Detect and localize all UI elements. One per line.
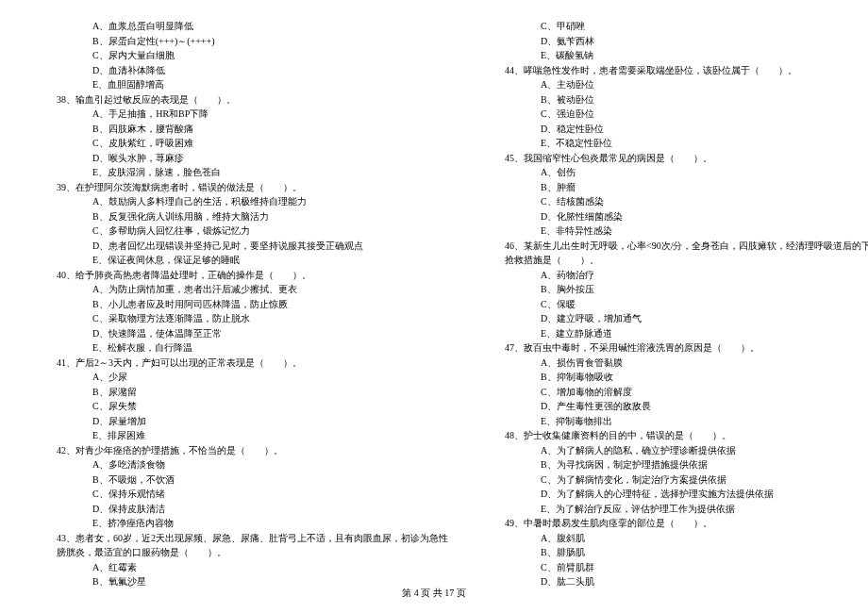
option: D、化脓性细菌感染	[476, 209, 868, 224]
option: B、肿瘤	[476, 180, 868, 195]
option: E、血胆固醇增高	[28, 77, 448, 92]
option: B、胸外按压	[476, 282, 868, 297]
option: C、皮肤紫红，呼吸困难	[28, 136, 448, 151]
question-stem: 46、某新生儿出生时无呼吸，心率<90次/分，全身苍白，四肢瘫软，经清理呼吸道后…	[476, 239, 868, 268]
question-stem: 47、敌百虫中毒时，不采用碱性溶液洗胃的原因是（ ）。	[476, 340, 868, 356]
option: E、非特异性感染	[476, 224, 868, 239]
right-column: C、甲硝唑 D、氨苄西林 E、碳酸氢钠 44、哮喘急性发作时，患者需要采取端坐卧…	[467, 19, 868, 589]
option: A、血浆总蛋白明显降低	[28, 19, 448, 34]
option: D、保持皮肤清洁	[28, 502, 448, 517]
question-stem: 40、给予肺炎高热患者降温处理时，正确的操作是（ ）。	[28, 268, 448, 283]
option: C、采取物理方法逐渐降温，防止脱水	[28, 311, 448, 326]
option: B、为寻找病因，制定护理措施提供依据	[476, 457, 868, 472]
option: C、强迫卧位	[476, 107, 868, 122]
option: C、尿内大量白细胞	[28, 48, 448, 63]
question-stem: 44、哮喘急性发作时，患者需要采取端坐卧位，该卧位属于（ ）。	[476, 63, 868, 78]
option: A、少尿	[28, 370, 448, 385]
question-stem: 49、中暑时最易发生肌肉痉挛的部位是（ ）。	[476, 516, 868, 531]
option: C、前臂肌群	[476, 560, 868, 575]
stem-line2: 膀胱炎，最适宜的口服药物是（ ）。	[57, 545, 448, 560]
option: E、不稳定性卧位	[476, 136, 868, 151]
option: E、保证夜间休息，保证足够的睡眠	[28, 253, 448, 268]
option: B、抑制毒物吸收	[476, 370, 868, 385]
option: B、尿潴留	[28, 385, 448, 400]
left-column: A、血浆总蛋白明显降低 B、尿蛋白定性(+++)～(++++) C、尿内大量白细…	[28, 19, 467, 589]
question-stem: 41、产后2～3天内，产妇可以出现的正常表现是（ ）。	[28, 356, 448, 371]
option: C、为了解病情变化，制定治疗方案提供依据	[476, 472, 868, 488]
option: C、多帮助病人回忆往事，锻炼记忆力	[28, 224, 448, 239]
option: E、抑制毒物排出	[476, 414, 868, 429]
page-footer: 第 4 页 共 17 页	[0, 587, 868, 600]
option: D、产生毒性更强的敌敌畏	[476, 399, 868, 414]
option: B、四肢麻木，腰背酸痛	[28, 122, 448, 137]
stem-line1: 46、某新生儿出生时无呼吸，心率<90次/分，全身苍白，四肢瘫软，经清理呼吸道后…	[505, 240, 868, 251]
question-stem: 48、护士收集健康资料的目的中，错误的是（ ）。	[476, 428, 868, 443]
option: B、不吸烟，不饮酒	[28, 472, 448, 488]
question-stem: 43、患者女，60岁，近2天出现尿频、尿急、尿痛、肚背弓上不适，且有肉眼血尿，初…	[28, 531, 448, 560]
option: A、药物治疗	[476, 268, 868, 283]
stem-line2: 抢救措施是（ ）。	[505, 253, 868, 268]
option: B、被动卧位	[476, 92, 868, 108]
option: C、结核菌感染	[476, 194, 868, 209]
option: D、喉头水肿，荨麻疹	[28, 151, 448, 166]
option: B、尿蛋白定性(+++)～(++++)	[28, 34, 448, 49]
option: E、挤净痤疮内容物	[28, 516, 448, 531]
option: C、尿失禁	[28, 399, 448, 414]
option: D、稳定性卧位	[476, 122, 868, 137]
option: A、主动卧位	[476, 77, 868, 92]
option: A、鼓励病人多料理自己的生活，积极维持自理能力	[28, 194, 448, 209]
question-stem: 45、我国缩窄性心包炎最常见的病因是（ ）。	[476, 151, 868, 166]
option: E、松解衣服，自行降温	[28, 340, 448, 356]
option: B、反复强化病人训练用脑，维持大脑活力	[28, 209, 448, 224]
option: C、甲硝唑	[476, 19, 868, 34]
option: D、患者回忆出现错误并坚持己见时，要坚持说服其接受正确观点	[28, 239, 448, 254]
option: D、氨苄西林	[476, 34, 868, 49]
exam-page: A、血浆总蛋白明显降低 B、尿蛋白定性(+++)～(++++) C、尿内大量白细…	[0, 0, 868, 613]
option: A、为了解病人的隐私，确立护理诊断提供依据	[476, 443, 868, 458]
option: A、创伤	[476, 165, 868, 180]
option: D、尿量增加	[28, 414, 448, 429]
option: E、建立静脉通道	[476, 326, 868, 341]
option: E、皮肤湿润，脉速，脸色苍白	[28, 165, 448, 180]
option: A、手足抽搐，HR和BP下降	[28, 107, 448, 122]
question-stem: 38、输血引起过敏反应的表现是（ ）。	[28, 92, 448, 108]
option: E、碳酸氢钠	[476, 48, 868, 63]
option: B、腓肠肌	[476, 545, 868, 560]
question-stem: 39、在护理阿尔茨海默病患者时，错误的做法是（ ）。	[28, 180, 448, 195]
option: A、为防止病情加重，患者出汗后减少擦拭、更衣	[28, 282, 448, 297]
option: A、红霉素	[28, 560, 448, 575]
option: C、保暖	[476, 297, 868, 312]
option: B、小儿患者应及时用阿司匹林降温，防止惊厥	[28, 297, 448, 312]
option: E、排尿困难	[28, 428, 448, 443]
option: A、腹斜肌	[476, 531, 868, 546]
stem-line1: 43、患者女，60岁，近2天出现尿频、尿急、尿痛、肚背弓上不适，且有肉眼血尿，初…	[57, 533, 448, 543]
option: D、快速降温，使体温降至正常	[28, 326, 448, 341]
option: D、为了解病人的心理特征，选择护理实施方法提供依据	[476, 487, 868, 502]
option: E、为了解治疗反应，评估护理工作为提供依据	[476, 502, 868, 517]
option: A、多吃清淡食物	[28, 457, 448, 472]
option: D、建立呼吸，增加通气	[476, 311, 868, 326]
option: C、保持乐观情绪	[28, 487, 448, 502]
option: D、血清补体降低	[28, 63, 448, 78]
option: A、损伤胃食管黏膜	[476, 356, 868, 371]
question-stem: 42、对青少年痤疮的护理措施，不恰当的是（ ）。	[28, 443, 448, 458]
option: C、增加毒物的溶解度	[476, 385, 868, 400]
